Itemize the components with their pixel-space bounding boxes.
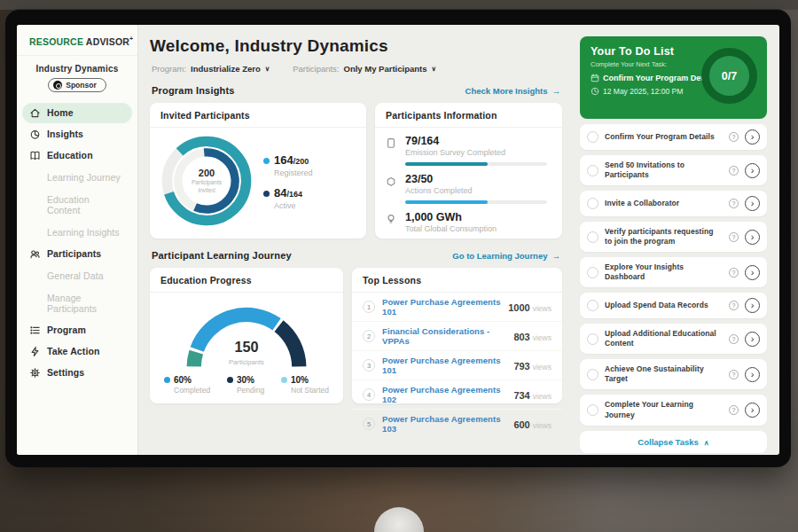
- chevron-up-icon: ∧: [704, 439, 709, 447]
- legend-registered: 164/200 Registered: [263, 152, 313, 177]
- lesson-row: 5 Power Purchase Agreements 103 600views: [352, 410, 562, 438]
- sponsor-icon: [53, 81, 62, 90]
- lesson-link[interactable]: Power Purchase Agreements 101: [382, 356, 506, 375]
- sidebar-item-take-action[interactable]: Take Action: [22, 341, 132, 362]
- chevron-right-icon[interactable]: ›: [745, 230, 760, 245]
- task-checkbox[interactable]: [587, 231, 598, 243]
- sidebar: RESOURCE ADVISOR+ Industry Dynamics Spon…: [17, 25, 138, 455]
- task-checkbox[interactable]: [587, 300, 598, 311]
- program-filter[interactable]: Program: Industrialize Zero ∨: [152, 64, 270, 74]
- chevron-right-icon[interactable]: ›: [745, 298, 760, 313]
- lightning-icon: [29, 346, 41, 357]
- sidebar-item-education[interactable]: Education: [22, 145, 132, 166]
- info-icon[interactable]: ?: [729, 301, 739, 310]
- sidebar-item-participants[interactable]: Participants: [22, 244, 132, 264]
- info-icon[interactable]: ?: [729, 268, 739, 278]
- logo-secondary: ADVISOR: [86, 36, 129, 47]
- arrow-right-icon: →: [552, 86, 561, 96]
- logo-primary: RESOURCE: [29, 36, 83, 47]
- chevron-right-icon[interactable]: ›: [745, 367, 760, 382]
- bulb-icon: [386, 211, 398, 233]
- task-row[interactable]: Achieve One Sustainability Target ? ›: [580, 359, 767, 389]
- info-icon[interactable]: ?: [729, 370, 739, 379]
- sidebar-item-education-content[interactable]: Education Content: [22, 189, 132, 221]
- book-icon: [29, 150, 41, 161]
- stat-total-consumption: 1,000 GWh Total Global Consumption: [386, 211, 552, 233]
- main-content: Welcome, Industry Dynamics Program: Indu…: [138, 25, 571, 455]
- chevron-right-icon[interactable]: ›: [745, 403, 760, 418]
- dashboard-screen: RESOURCE ADVISOR+ Industry Dynamics Spon…: [17, 25, 779, 455]
- task-checkbox[interactable]: [587, 165, 598, 176]
- task-row[interactable]: Upload Additional Educational Content ? …: [580, 324, 767, 354]
- lesson-link[interactable]: Power Purchase Agreements 103: [382, 414, 506, 434]
- sidebar-item-learning-insights[interactable]: Learning Insights: [22, 222, 132, 243]
- collapse-tasks-link[interactable]: Collapse Tasks∧: [580, 431, 767, 453]
- chevron-right-icon[interactable]: ›: [745, 163, 760, 178]
- card-title: Education Progress: [150, 268, 343, 293]
- task-row[interactable]: Verify participants requesting to join t…: [580, 222, 767, 252]
- chevron-right-icon[interactable]: ›: [745, 129, 760, 145]
- card-title: Invited Participants: [150, 103, 366, 128]
- progress-bar: [405, 162, 547, 166]
- lesson-link[interactable]: Power Purchase Agreements 102: [382, 385, 506, 404]
- actions-icon: [386, 173, 398, 211]
- lesson-row: 1 Power Purchase Agreements 101 1000view…: [352, 293, 562, 322]
- participants-icon: [29, 248, 41, 260]
- donut-center-label: Participants Invited: [186, 179, 227, 195]
- learning-journey-header: Participant Learning Journey Go to Learn…: [152, 250, 560, 261]
- sidebar-item-manage-participants[interactable]: Manage Participants: [22, 287, 132, 319]
- info-icon[interactable]: ?: [729, 232, 739, 242]
- info-icon[interactable]: ?: [729, 199, 739, 208]
- info-icon[interactable]: ?: [729, 132, 739, 142]
- sidebar-item-insights[interactable]: Insights: [22, 124, 132, 145]
- task-checkbox[interactable]: [587, 267, 598, 278]
- learning-cards-row: Education Progress 150 Participants 60% …: [150, 268, 562, 403]
- section-title: Program Insights: [152, 85, 235, 96]
- task-row[interactable]: Explore Your Insights Dashboard ? ›: [580, 257, 767, 287]
- check-more-insights-link[interactable]: Check More Insights→: [466, 86, 560, 96]
- gauge-center-label: Participants: [229, 358, 264, 366]
- lesson-link[interactable]: Power Purchase Agreements 101: [382, 297, 501, 317]
- gauge-center-value: 150: [234, 339, 258, 355]
- chevron-down-icon: ∨: [265, 65, 270, 73]
- task-row[interactable]: Invite a Collaborator ? ›: [580, 191, 767, 216]
- gauge-legend: 60% Completed 30% Pending 10% Not Starte…: [157, 375, 336, 395]
- task-checkbox[interactable]: [587, 198, 598, 209]
- sidebar-item-home[interactable]: Home: [22, 103, 132, 123]
- legend-completed: 60% Completed: [164, 375, 210, 395]
- participants-filter[interactable]: Participants: Only My Participants ∨: [293, 64, 436, 74]
- progress-bar: [405, 200, 547, 204]
- task-checkbox[interactable]: [587, 404, 598, 416]
- participants-information-card: Participants Information 79/164 Emission…: [375, 103, 562, 239]
- chevron-right-icon[interactable]: ›: [745, 265, 760, 280]
- sidebar-item-learning-journey[interactable]: Learning Journey: [22, 167, 132, 188]
- legend-pending: 30% Pending: [227, 375, 264, 395]
- sidebar-item-general-data[interactable]: General Data: [22, 265, 132, 286]
- go-to-learning-journey-link[interactable]: Go to Learning Journey→: [452, 251, 560, 261]
- info-icon[interactable]: ?: [729, 405, 739, 415]
- chevron-right-icon[interactable]: ›: [745, 196, 760, 211]
- filters-row: Program: Industrialize Zero ∨ Participan…: [152, 64, 562, 74]
- lesson-link[interactable]: Financial Considerations - VPPAs: [382, 326, 506, 346]
- task-checkbox[interactable]: [587, 333, 598, 345]
- task-row[interactable]: Complete Your Learning Journey ? ›: [580, 395, 767, 425]
- todo-panel: Your To Do List Complete Your Next Task:…: [580, 36, 767, 119]
- sponsor-badge[interactable]: Sponsor: [48, 78, 106, 92]
- info-icon[interactable]: ?: [729, 334, 739, 344]
- card-title: Top Lessons: [352, 268, 562, 293]
- task-checkbox[interactable]: [587, 131, 598, 143]
- sidebar-item-settings[interactable]: Settings: [22, 363, 132, 383]
- info-icon[interactable]: ?: [729, 166, 739, 176]
- task-row[interactable]: Upload Spend Data Records ? ›: [580, 293, 767, 318]
- list-icon: [29, 325, 41, 336]
- todo-column: Your To Do List Complete Your Next Task:…: [580, 36, 767, 455]
- task-checkbox[interactable]: [587, 369, 598, 380]
- invited-participants-donut-chart: 200 Participants Invited: [157, 131, 256, 231]
- stat-actions-completed: 23/50 Actions Completed: [386, 173, 552, 211]
- task-row[interactable]: Confirm Your Program Details ? ›: [580, 124, 767, 150]
- chevron-right-icon[interactable]: ›: [745, 332, 760, 347]
- sidebar-item-program[interactable]: Program: [22, 320, 132, 340]
- task-row[interactable]: Send 50 Invitations to Participants ? ›: [580, 155, 767, 185]
- sponsor-label: Sponsor: [66, 81, 96, 90]
- lesson-row: 4 Power Purchase Agreements 102 734views: [352, 380, 562, 410]
